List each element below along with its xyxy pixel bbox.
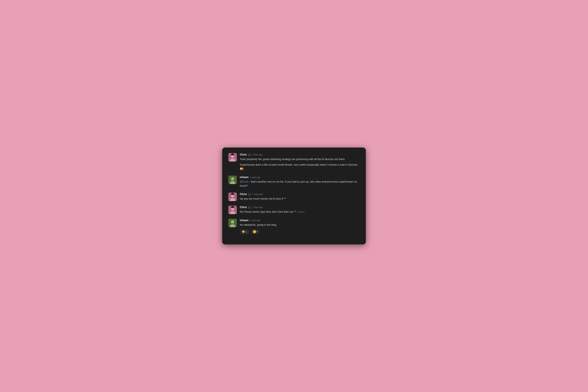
- message-msg5: ishaan2 days agoNo takebacks, going in t…: [228, 219, 360, 234]
- svg-point-4: [232, 153, 233, 154]
- reactions-msg5: 😂1🙂+: [240, 229, 360, 234]
- add-reaction-button[interactable]: 🙂+: [251, 229, 260, 234]
- avatar-chris: [228, 153, 237, 162]
- avatar-chris: [228, 192, 237, 201]
- paragraph-msg1-0: Yeah perplexity ftw, great marketing str…: [240, 157, 360, 161]
- message-body-msg5: ishaan2 days agoNo takebacks, going in t…: [240, 219, 360, 234]
- username-msg1: Chris: [240, 153, 247, 156]
- paragraph-msg1-1: Superhuman does a tldr of each email thr…: [240, 163, 360, 171]
- mention-msg2[interactable]: @Chris: [240, 180, 248, 183]
- message-body-msg2: ishaan2 days ago@Chris - that's another …: [240, 176, 360, 188]
- svg-point-18: [232, 206, 233, 207]
- message-text-msg2: @Chris - that's another one on my list. …: [240, 180, 360, 188]
- reaction-emoji-0: 😂: [242, 230, 245, 233]
- reaction-pill-0[interactable]: 😂1: [240, 229, 249, 234]
- timestamp-msg2: 2 days ago: [250, 176, 260, 178]
- message-text-msg4: No Ferrari owner says they don't love th…: [240, 210, 360, 214]
- message-header-msg5: ishaan2 days ago: [240, 219, 360, 222]
- paragraph-msg2-0: @Chris - that's another one on my list. …: [240, 180, 360, 188]
- timestamp-msg5: 2 days ago: [250, 219, 260, 222]
- chat-container: Chris🎧2 days agoYeah perplexity ftw, gre…: [222, 148, 366, 245]
- message-msg3: Chris🎧2 days agowe pay too much money no…: [228, 192, 360, 201]
- message-body-msg3: Chris🎧2 days agowe pay too much money no…: [240, 192, 360, 201]
- svg-rect-22: [231, 223, 232, 225]
- svg-point-13: [232, 193, 233, 194]
- headphones-icon: 🎧: [248, 193, 251, 196]
- svg-rect-8: [231, 180, 232, 182]
- reaction-count-0: 1: [246, 230, 247, 233]
- avatar-chris: [228, 206, 237, 214]
- avatar-ishaan: [228, 219, 237, 227]
- message-text-msg1: Yeah perplexity ftw, great marketing str…: [240, 157, 360, 171]
- username-msg4: Chris: [240, 206, 247, 209]
- message-msg4: Chris🎧2 days agoNo Ferrari owner says th…: [228, 206, 360, 214]
- headphones-icon: 🎧: [248, 206, 251, 208]
- message-text-msg3: we pay too much money not to love it ^^: [240, 197, 360, 201]
- message-body-msg1: Chris🎧2 days agoYeah perplexity ftw, gre…: [240, 153, 360, 171]
- avatar-ishaan: [228, 176, 237, 184]
- timestamp-msg3: 2 days ago: [252, 193, 263, 195]
- message-msg1: Chris🎧2 days agoYeah perplexity ftw, gre…: [228, 153, 360, 171]
- message-text-msg5: No takebacks, going in the blog.: [240, 223, 360, 227]
- username-msg3: Chris: [240, 192, 247, 196]
- timestamp-msg4: 2 days ago: [252, 206, 263, 208]
- edited-tag-msg4: (edited): [297, 211, 304, 213]
- paragraph-msg4-0: No Ferrari owner says they don't love th…: [240, 210, 360, 214]
- paragraph-msg5-0: No takebacks, going in the blog.: [240, 223, 360, 227]
- message-body-msg4: Chris🎧2 days agoNo Ferrari owner says th…: [240, 206, 360, 214]
- message-header-msg1: Chris🎧2 days ago: [240, 153, 360, 156]
- message-header-msg3: Chris🎧2 days ago: [240, 192, 360, 196]
- username-msg2: ishaan: [240, 176, 248, 179]
- headphones-icon: 🎧: [248, 153, 251, 156]
- username-msg5: ishaan: [240, 219, 248, 222]
- message-header-msg4: Chris🎧2 days ago: [240, 206, 360, 209]
- message-header-msg2: ishaan2 days ago: [240, 176, 360, 179]
- timestamp-msg1: 2 days ago: [252, 153, 263, 156]
- message-msg2: ishaan2 days ago@Chris - that's another …: [228, 176, 360, 188]
- paragraph-msg3-0: we pay too much money not to love it ^^: [240, 197, 360, 201]
